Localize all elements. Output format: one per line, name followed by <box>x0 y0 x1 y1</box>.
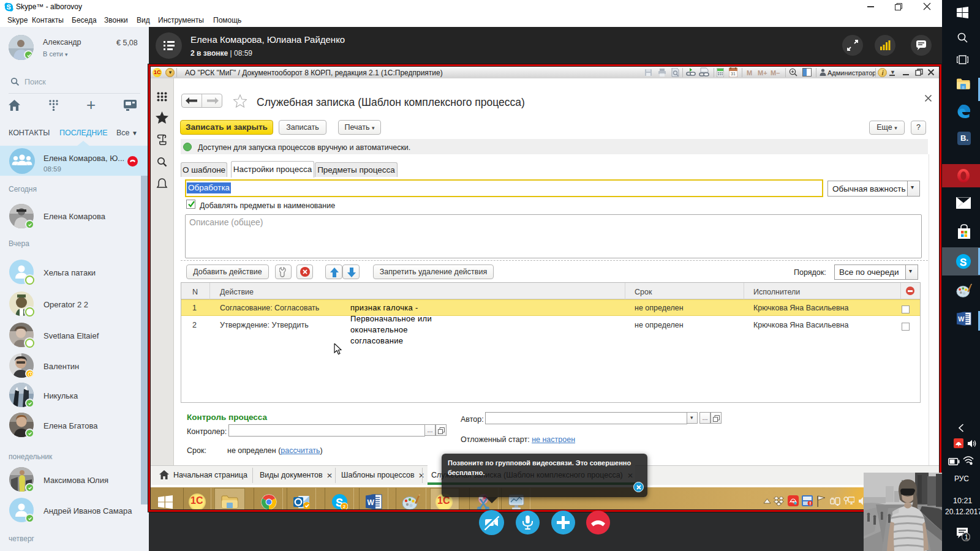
svg-text:2: 2 <box>343 504 346 509</box>
svg-text:W: W <box>368 498 375 507</box>
svg-text:1: 1 <box>965 533 968 541</box>
svg-text:31: 31 <box>731 72 736 76</box>
svg-text:W: W <box>958 315 965 323</box>
